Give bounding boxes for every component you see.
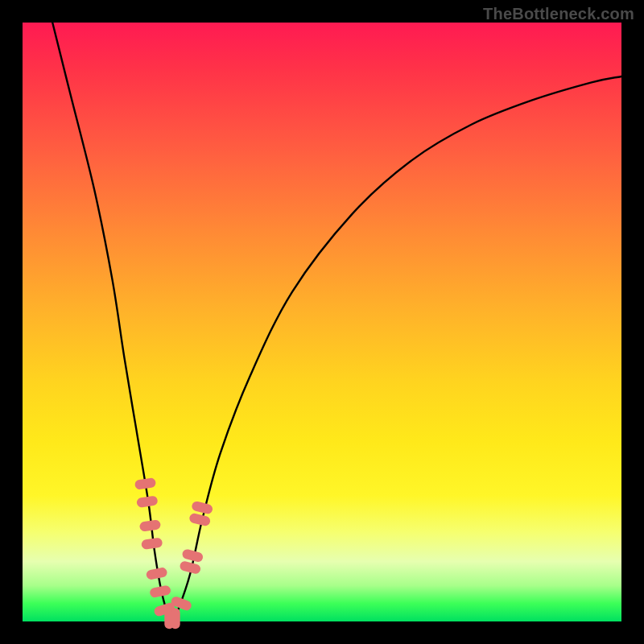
marker-capsule xyxy=(139,519,161,532)
outer-frame: TheBottleneck.com xyxy=(0,0,644,644)
plot-area xyxy=(23,23,621,621)
marker-capsule xyxy=(149,584,171,598)
marker-capsule xyxy=(136,495,158,508)
marker-capsule xyxy=(141,538,163,551)
marker-capsule xyxy=(134,477,156,490)
marker-capsule xyxy=(191,501,213,515)
marker-group xyxy=(134,477,214,629)
marker-capsule xyxy=(171,608,180,629)
watermark-text: TheBottleneck.com xyxy=(483,5,634,23)
bottleneck-curve xyxy=(52,23,621,621)
marker-capsule xyxy=(146,567,168,580)
curve-svg xyxy=(23,23,621,621)
marker-capsule xyxy=(188,513,211,527)
